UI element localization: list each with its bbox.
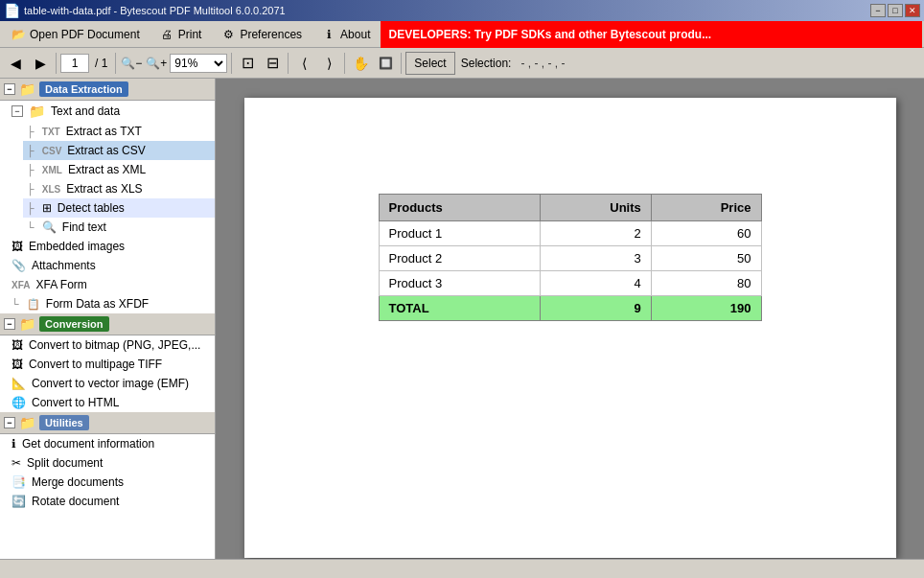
product-price: 80 — [651, 271, 761, 296]
convert-bitmap-icon: 🖼 — [12, 338, 23, 352]
col-header-products: Products — [379, 195, 540, 221]
rotate-doc-icon: 🔄 — [12, 495, 26, 508]
title-bar-controls[interactable]: − □ ✕ — [870, 4, 920, 17]
convert-tiff-label: Convert to multipage TIFF — [29, 358, 162, 371]
convert-bitmap-label: Convert to bitmap (PNG, JPEG,... — [29, 338, 200, 352]
data-extraction-header[interactable]: − 📁 Data Extraction — [0, 79, 215, 101]
find-button[interactable]: 🔲 — [374, 52, 397, 75]
get-doc-info-label: Get document information — [22, 437, 154, 451]
open-menu-item[interactable]: 📂 Open PDF Document — [2, 23, 149, 46]
close-button[interactable]: ✕ — [905, 4, 920, 17]
txt-badge: TXT — [42, 127, 60, 137]
text-data-folder-icon: 📁 — [29, 104, 45, 119]
back-button[interactable]: ◀ — [4, 52, 27, 75]
zoom-select[interactable]: 91% 50% 75% 100% 125% 150% — [170, 54, 227, 73]
product-units: 4 — [540, 271, 651, 296]
attachments-label: Attachments — [32, 259, 96, 272]
utilities-section: − 📁 Utilities ℹ Get document information… — [0, 412, 215, 511]
total-units: 9 — [540, 296, 651, 321]
fit-page-button[interactable]: ⊡ — [236, 52, 259, 75]
preferences-menu-item[interactable]: ⚙ Preferences — [212, 23, 311, 46]
embedded-images-item[interactable]: 🖼 Embedded images — [8, 237, 215, 256]
print-menu-item[interactable]: 🖨 Print — [150, 23, 211, 46]
extract-csv-label: Extract as CSV — [67, 144, 145, 157]
extract-xls-item[interactable]: ├ XLS Extract as XLS — [23, 179, 215, 198]
rotate-doc-item[interactable]: 🔄 Rotate document — [8, 492, 215, 511]
find-text-item[interactable]: └ 🔍 Find text — [23, 218, 215, 237]
detect-tables-item[interactable]: ├ ⊞ Detect tables — [23, 198, 215, 218]
extract-xml-label: Extract as XML — [68, 163, 146, 176]
toolbar-separator-6 — [401, 53, 402, 74]
convert-vector-label: Convert to vector image (EMF) — [32, 377, 189, 390]
data-extraction-folder-icon: 📁 — [19, 81, 35, 97]
extract-xml-item[interactable]: ├ XML Extract as XML — [23, 160, 215, 179]
conversion-expand[interactable]: − — [4, 318, 15, 330]
csv-badge: CSV — [42, 146, 62, 156]
data-extraction-section: − 📁 Data Extraction − 📁 Text and data ├ … — [0, 79, 215, 313]
pdf-content-area: Products Units Price Product 1 2 60 Prod… — [216, 79, 924, 559]
get-doc-info-item[interactable]: ℹ Get document information — [8, 434, 215, 453]
form-data-label: Form Data as XFDF — [46, 297, 149, 311]
col-header-units: Units — [540, 195, 651, 221]
total-row: TOTAL 9 190 — [379, 296, 761, 321]
toolbar-separator-3 — [231, 53, 232, 74]
form-data-xfdf-item[interactable]: └ 📋 Form Data as XFDF — [8, 294, 215, 313]
product-name: Product 1 — [379, 221, 540, 246]
convert-html-label: Convert to HTML — [32, 396, 119, 409]
utilities-expand[interactable]: − — [4, 417, 15, 428]
convert-tiff-item[interactable]: 🖼 Convert to multipage TIFF — [8, 355, 215, 374]
utilities-folder-icon: 📁 — [19, 415, 35, 430]
convert-vector-item[interactable]: 📐 Convert to vector image (EMF) — [8, 374, 215, 393]
attachments-item[interactable]: 📎 Attachments — [8, 256, 215, 275]
title-bar-left: 📄 table-with-data.pdf - Bytescout PDF Mu… — [4, 3, 286, 18]
toolbar-separator-2 — [115, 53, 116, 74]
data-extraction-group: − 📁 Text and data ├ TXT Extract as TXT ├… — [0, 101, 215, 313]
text-data-group[interactable]: − 📁 Text and data — [8, 101, 215, 122]
table-row: Product 2 3 50 — [379, 246, 761, 271]
find-text-label: Find text — [62, 220, 106, 234]
print-label: Print — [178, 28, 202, 41]
prev-page-button[interactable]: ⟨ — [292, 52, 315, 75]
zoom-out-button[interactable]: 🔍− — [120, 52, 143, 75]
text-data-expand[interactable]: − — [12, 105, 23, 117]
extract-csv-item[interactable]: ├ CSV Extract as CSV — [23, 141, 215, 160]
select-button[interactable]: Select — [405, 52, 454, 75]
data-extraction-label: Data Extraction — [39, 81, 128, 97]
about-menu-item[interactable]: ℹ About — [312, 23, 379, 46]
window-title: table-with-data.pdf - Bytescout PDF Mult… — [24, 5, 286, 16]
convert-bitmap-item[interactable]: 🖼 Convert to bitmap (PNG, JPEG,... — [8, 335, 215, 355]
next-page-button[interactable]: ⟩ — [317, 52, 340, 75]
get-doc-info-icon: ℹ — [12, 437, 16, 451]
extract-txt-label: Extract as TXT — [66, 125, 142, 138]
page-number-input[interactable]: 1 — [60, 54, 89, 73]
hand-tool-button[interactable]: ✋ — [349, 52, 372, 75]
extract-txt-item[interactable]: ├ TXT Extract as TXT — [23, 122, 215, 141]
zoom-in-button[interactable]: 🔍+ — [145, 52, 168, 75]
split-doc-item[interactable]: ✂ Split document — [8, 453, 215, 473]
print-icon: 🖨 — [159, 27, 174, 42]
forward-button[interactable]: ▶ — [29, 52, 52, 75]
detect-tables-icon: ⊞ — [42, 201, 52, 215]
total-price: 190 — [651, 296, 761, 321]
embedded-images-label: Embedded images — [29, 240, 125, 253]
col-header-price: Price — [651, 195, 761, 221]
utilities-header[interactable]: − 📁 Utilities — [0, 412, 215, 434]
maximize-button[interactable]: □ — [888, 4, 903, 17]
form-data-icon: 📋 — [27, 298, 40, 311]
about-icon: ℹ — [321, 27, 336, 42]
convert-html-item[interactable]: 🌐 Convert to HTML — [8, 393, 215, 412]
conversion-folder-icon: 📁 — [19, 316, 35, 332]
detect-tables-label: Detect tables — [58, 201, 125, 215]
about-label: About — [340, 28, 370, 41]
utilities-group: ℹ Get document information ✂ Split docum… — [0, 434, 215, 511]
preferences-icon: ⚙ — [220, 27, 236, 42]
xfa-form-item[interactable]: XFA XFA Form — [8, 275, 215, 294]
rotate-doc-label: Rotate document — [32, 495, 119, 508]
merge-docs-item[interactable]: 📑 Merge documents — [8, 473, 215, 492]
fit-width-button[interactable]: ⊟ — [261, 52, 284, 75]
conversion-header[interactable]: − 📁 Conversion — [0, 313, 215, 335]
data-extraction-expand[interactable]: − — [4, 83, 15, 95]
xfa-badge: XFA — [12, 280, 30, 290]
title-bar: 📄 table-with-data.pdf - Bytescout PDF Mu… — [0, 0, 924, 21]
minimize-button[interactable]: − — [870, 4, 886, 17]
